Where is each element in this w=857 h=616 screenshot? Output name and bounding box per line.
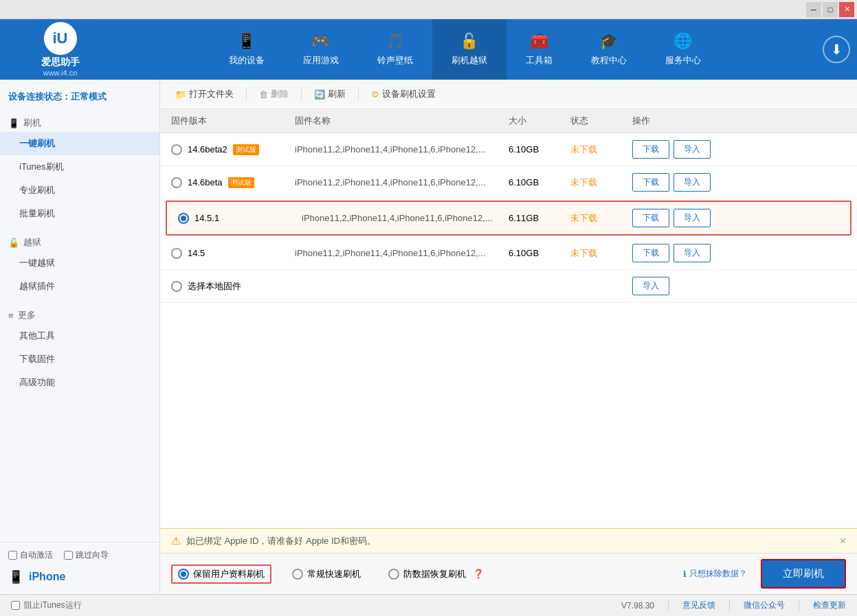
sidebar-item-zhuanye[interactable]: 专业刷机 xyxy=(0,179,159,202)
radio-row4[interactable] xyxy=(171,248,182,259)
table-row: 14.6beta 测试版 iPhone11,2,iPhone11,4,iPhon… xyxy=(160,166,857,199)
auto-activate-checkbox[interactable]: 自动激活 xyxy=(8,549,53,561)
sidebar-item-download-fw[interactable]: 下载固件 xyxy=(0,347,159,371)
option-recovery[interactable]: 防数据恢复刷机 ❓ xyxy=(381,564,491,584)
radio-row2[interactable] xyxy=(171,177,182,188)
feedback-link[interactable]: 意见反馈 xyxy=(682,600,715,611)
close-button[interactable]: ✕ xyxy=(839,2,854,17)
version-cell-2: 14.6beta 测试版 xyxy=(171,177,295,188)
version-label-4: 14.5 xyxy=(188,248,205,258)
keep-data-label: 保留用户资料刷机 xyxy=(193,568,265,580)
version-label-2: 14.6beta xyxy=(188,177,223,187)
minimize-button[interactable]: ─ xyxy=(806,2,821,17)
option-quick[interactable]: 常规快速刷机 xyxy=(285,564,368,584)
radio-row1[interactable] xyxy=(171,144,182,155)
nav-tutorial-label: 教程中心 xyxy=(591,54,627,67)
notice-text: 如已绑定 Apple ID，请准备好 Apple ID和密码。 xyxy=(186,535,376,547)
delete-label: 删除 xyxy=(271,88,289,100)
sidebar-group-flash: 📱 刷机 xyxy=(0,111,159,132)
delete-icon: 🗑 xyxy=(259,89,268,100)
skip-guide-checkbox[interactable]: 跳过向导 xyxy=(64,549,109,561)
flash-group-label: 刷机 xyxy=(23,117,41,129)
flash-button[interactable]: 立即刷机 xyxy=(761,559,846,589)
col-actions: 操作 xyxy=(632,115,846,127)
title-bar: ─ □ ✕ xyxy=(0,0,857,19)
download-btn-3[interactable]: 下载 xyxy=(632,209,669,227)
download-btn-1[interactable]: 下载 xyxy=(632,140,669,159)
nav-device[interactable]: 📱 我的设备 xyxy=(210,19,284,80)
block-itunes-checkbox[interactable] xyxy=(11,601,20,610)
status-divider-2 xyxy=(729,600,730,611)
option-keep-data[interactable]: 保留用户资料刷机 xyxy=(171,564,271,584)
sidebar-item-other-tools[interactable]: 其他工具 xyxy=(0,324,159,347)
nav-flash[interactable]: 🔓 刷机越狱 xyxy=(432,19,507,80)
version-cell-5: 选择本地固件 xyxy=(171,280,295,293)
download-btn-2[interactable]: 下载 xyxy=(632,173,669,192)
import-btn-2[interactable]: 导入 xyxy=(674,173,711,192)
nav-flash-label: 刷机越狱 xyxy=(452,54,487,67)
auto-activate-label: 自动激活 xyxy=(20,549,53,561)
sidebar-item-yijian-jb[interactable]: 一键越狱 xyxy=(0,251,159,275)
version-cell-1: 14.6beta2 测试版 xyxy=(171,144,295,155)
toolbar-divider-2 xyxy=(301,87,302,101)
radio-row5[interactable] xyxy=(171,281,182,292)
status-cell-2: 未下载 xyxy=(570,176,632,189)
device-phone-icon: 📱 xyxy=(8,569,23,584)
import-btn-1[interactable]: 导入 xyxy=(674,140,711,159)
import-btn-5[interactable]: 导入 xyxy=(632,277,669,295)
sidebar-item-advanced[interactable]: 高级功能 xyxy=(0,371,159,394)
radio-quick[interactable] xyxy=(292,569,303,580)
refresh-button[interactable]: 🔄 刷新 xyxy=(307,85,353,103)
update-link[interactable]: 检查更新 xyxy=(813,600,846,611)
help-link[interactable]: ℹ 只想抹除数据？ xyxy=(683,568,747,580)
sidebar: 设备连接状态：正常模式 📱 刷机 一键刷机 iTunes刷机 专业刷机 批量刷机 xyxy=(0,80,160,594)
nav-tutorial[interactable]: 🎓 教程中心 xyxy=(572,19,646,80)
beta-tag-1: 测试版 xyxy=(233,144,259,155)
nav-service[interactable]: 🌐 服务中心 xyxy=(646,19,720,80)
size-cell-1: 6.10GB xyxy=(509,144,570,155)
nav-ringtones[interactable]: 🎵 铃声壁纸 xyxy=(358,19,432,80)
tools-icon: 🧰 xyxy=(530,32,548,50)
status-cell-4: 未下载 xyxy=(570,247,632,260)
sidebar-zhuanye-label: 专业刷机 xyxy=(19,184,55,196)
jailbreak-group-icon: 🔓 xyxy=(8,238,19,248)
nav-tools[interactable]: 🧰 工具箱 xyxy=(507,19,572,80)
settings-icon: ⚙ xyxy=(371,89,379,100)
notice-close-button[interactable]: × xyxy=(840,535,846,547)
apps-icon: 🎮 xyxy=(311,32,330,50)
notice-icon: ⚠ xyxy=(171,534,181,547)
download-btn-4[interactable]: 下载 xyxy=(632,244,669,262)
sidebar-item-piliang[interactable]: 批量刷机 xyxy=(0,202,159,225)
radio-recovery[interactable] xyxy=(388,569,399,580)
device-status: 设备连接状态：正常模式 xyxy=(0,85,159,109)
auto-activate-input[interactable] xyxy=(8,551,17,560)
col-status: 状态 xyxy=(570,115,632,127)
radio-row3[interactable] xyxy=(178,213,189,224)
help-icon: ℹ xyxy=(683,569,687,579)
nav-apps[interactable]: 🎮 应用游戏 xyxy=(284,19,358,80)
settings-button[interactable]: ⚙ 设备刷机设置 xyxy=(364,85,443,103)
status-cell-3: 未下载 xyxy=(570,212,632,225)
download-button[interactable]: ⬇ xyxy=(823,36,850,63)
help-text: 只想抹除数据？ xyxy=(689,568,747,580)
skip-guide-input[interactable] xyxy=(64,551,73,560)
jailbreak-group-label: 越狱 xyxy=(23,236,41,249)
maximize-button[interactable]: □ xyxy=(823,2,838,17)
sidebar-item-itunes[interactable]: iTunes刷机 xyxy=(0,155,159,179)
col-name: 固件名称 xyxy=(295,115,509,127)
sidebar-item-yijian[interactable]: 一键刷机 xyxy=(0,132,159,155)
block-itunes-label: 阻止iTunes运行 xyxy=(24,600,82,611)
radio-keep-data[interactable] xyxy=(178,569,189,580)
delete-button[interactable]: 🗑 删除 xyxy=(252,85,296,103)
action-cell-1: 下载 导入 xyxy=(632,140,846,159)
wechat-link[interactable]: 微信公众号 xyxy=(744,600,785,611)
quick-label: 常规快速刷机 xyxy=(307,568,361,580)
device-icon: 📱 xyxy=(237,32,256,50)
import-btn-4[interactable]: 导入 xyxy=(674,244,711,262)
header: iU 爱思助手 www.i4.cn 📱 我的设备 🎮 应用游戏 🎵 铃声壁纸 🔓… xyxy=(0,19,857,80)
version-cell-4: 14.5 xyxy=(171,248,295,259)
open-folder-button[interactable]: 📁 打开文件夹 xyxy=(168,85,241,103)
sidebar-item-plugins[interactable]: 越狱插件 xyxy=(0,275,159,298)
import-btn-3[interactable]: 导入 xyxy=(674,209,711,227)
device-status-value: 正常模式 xyxy=(71,91,107,102)
